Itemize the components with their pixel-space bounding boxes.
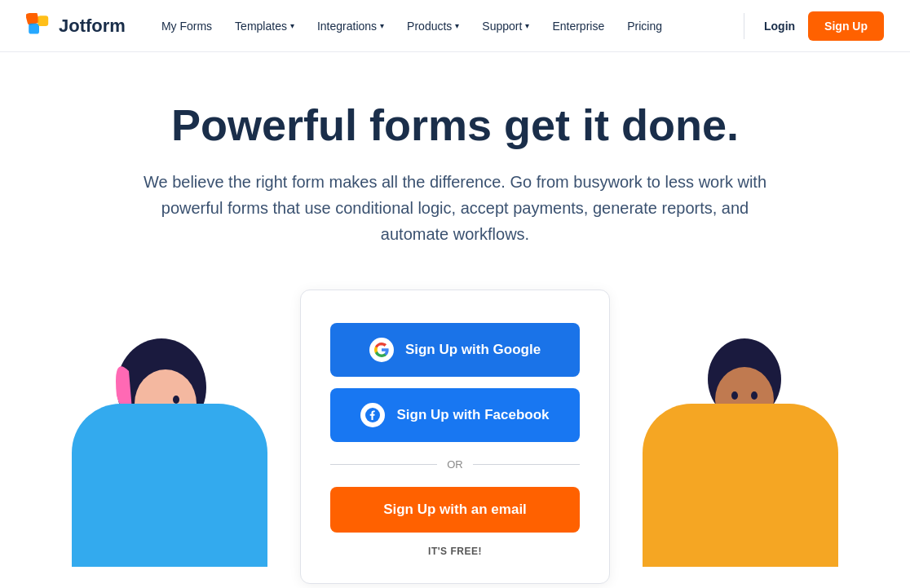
signup-google-button[interactable]: Sign Up with Google bbox=[330, 323, 580, 377]
free-label: IT'S FREE! bbox=[330, 546, 580, 557]
facebook-button-label: Sign Up with Facebook bbox=[396, 407, 549, 423]
or-line-left bbox=[330, 464, 437, 465]
or-line-right bbox=[473, 464, 580, 465]
email-button-label: Sign Up with an email bbox=[383, 502, 527, 518]
nav-links: My Forms Templates ▾ Integrations ▾ Prod… bbox=[152, 13, 737, 39]
signup-card: Sign Up with Google Sign Up with Faceboo… bbox=[300, 290, 610, 584]
signup-section: Sign Up with Google Sign Up with Faceboo… bbox=[0, 263, 910, 588]
support-chevron-icon: ▾ bbox=[525, 21, 529, 30]
nav-my-forms[interactable]: My Forms bbox=[152, 13, 222, 39]
svg-point-5 bbox=[173, 396, 179, 404]
logo-link[interactable]: Jotform bbox=[26, 13, 126, 39]
nav-divider bbox=[744, 13, 744, 39]
navbar: Jotform My Forms Templates ▾ Integration… bbox=[0, 0, 910, 52]
products-chevron-icon: ▾ bbox=[455, 21, 459, 30]
nav-pricing[interactable]: Pricing bbox=[617, 13, 672, 39]
illustration-right-bg bbox=[643, 404, 838, 567]
or-divider: OR bbox=[330, 458, 580, 471]
illustration-left-bg bbox=[72, 404, 267, 567]
templates-chevron-icon: ▾ bbox=[290, 21, 294, 30]
illustration-left bbox=[55, 306, 300, 567]
jotform-logo-icon bbox=[26, 13, 52, 39]
svg-rect-2 bbox=[38, 15, 48, 26]
nav-support[interactable]: Support ▾ bbox=[472, 13, 539, 39]
nav-products[interactable]: Products ▾ bbox=[397, 13, 469, 39]
svg-point-14 bbox=[751, 391, 758, 400]
svg-point-13 bbox=[731, 391, 738, 400]
facebook-icon bbox=[360, 403, 385, 427]
integrations-chevron-icon: ▾ bbox=[380, 21, 384, 30]
logo-text: Jotform bbox=[59, 15, 126, 37]
illustration-right: 🐱 bbox=[610, 306, 855, 567]
login-button[interactable]: Login bbox=[751, 13, 808, 39]
google-button-label: Sign Up with Google bbox=[405, 342, 541, 358]
hero-title: Powerful forms get it done. bbox=[26, 101, 884, 149]
google-icon bbox=[369, 338, 394, 362]
hero-subtitle: We believe the right form makes all the … bbox=[137, 169, 773, 247]
signup-button[interactable]: Sign Up bbox=[808, 11, 884, 41]
nav-enterprise[interactable]: Enterprise bbox=[542, 13, 614, 39]
or-text: OR bbox=[447, 458, 463, 471]
signup-facebook-button[interactable]: Sign Up with Facebook bbox=[330, 388, 580, 442]
svg-rect-1 bbox=[29, 23, 39, 33]
signup-email-button[interactable]: Sign Up with an email bbox=[330, 487, 580, 533]
nav-templates[interactable]: Templates ▾ bbox=[225, 13, 304, 39]
nav-integrations[interactable]: Integrations ▾ bbox=[307, 13, 394, 39]
hero-section: Powerful forms get it done. We believe t… bbox=[0, 52, 910, 263]
